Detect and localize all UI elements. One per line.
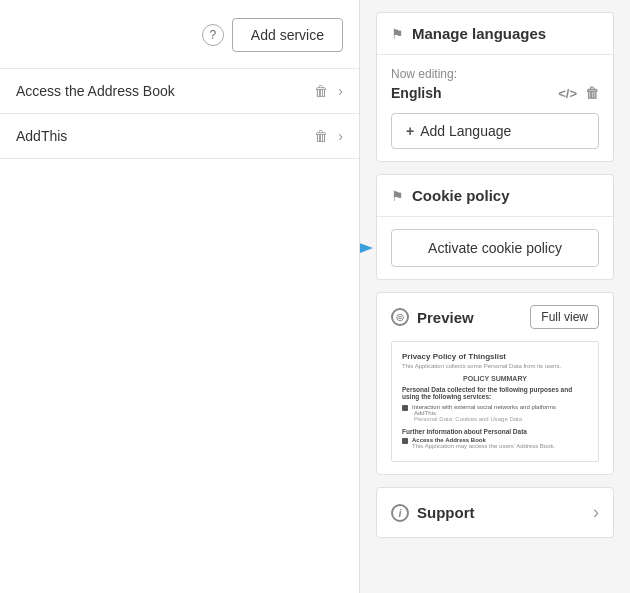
preview-personal-data-heading: Personal Data collected for the followin… xyxy=(402,386,588,400)
bullet-1-detail-sub: Personal Data: Cookies and Usage Data xyxy=(414,416,556,422)
flag-icon: ⚑ xyxy=(391,188,404,204)
bullet-dot xyxy=(402,405,408,411)
chevron-right-icon[interactable]: › xyxy=(338,128,343,144)
chevron-right-icon[interactable]: › xyxy=(338,83,343,99)
blue-arrow xyxy=(360,232,374,264)
flag-icon: ⚑ xyxy=(391,26,404,42)
bullet-2-content: Access the Address Book This Application… xyxy=(412,437,555,449)
preview-policy-subtitle: This Application collects some Personal … xyxy=(402,363,588,369)
support-card: i Support › xyxy=(376,487,614,538)
preview-policy-title: Privacy Policy of Thingslist xyxy=(402,352,588,361)
bullet-2-sub: This Application may access the users' A… xyxy=(412,443,555,449)
support-title: Support xyxy=(417,504,475,521)
support-header: i Support › xyxy=(377,488,613,537)
preview-content: Privacy Policy of Thingslist This Applic… xyxy=(391,341,599,462)
manage-languages-title: Manage languages xyxy=(412,25,546,42)
service-item-label: AddThis xyxy=(16,128,67,144)
service-item-actions: 🗑 › xyxy=(314,83,343,99)
top-bar: ? Add service xyxy=(0,10,359,68)
bullet-1-content: Interaction with external social network… xyxy=(412,404,556,422)
now-editing-lang: English </> 🗑 xyxy=(391,85,599,101)
service-item-label: Access the Address Book xyxy=(16,83,175,99)
preview-bullet-1: Interaction with external social network… xyxy=(402,404,588,422)
info-icon: i xyxy=(391,504,409,522)
cookie-policy-card: ⚑ Cookie policy Activate cookie policy xyxy=(376,174,614,280)
current-language: English xyxy=(391,85,442,101)
preview-bullet-2: Access the Address Book This Application… xyxy=(402,437,588,449)
activate-cookie-policy-button[interactable]: Activate cookie policy xyxy=(391,229,599,267)
full-view-button[interactable]: Full view xyxy=(530,305,599,329)
bullet-dot-2 xyxy=(402,438,408,444)
now-editing-label: Now editing: xyxy=(391,67,599,81)
code-icon[interactable]: </> xyxy=(558,86,577,101)
add-language-label: Add Language xyxy=(420,123,511,139)
left-panel: ? Add service Access the Address Book 🗑 … xyxy=(0,0,360,593)
trash-lang-icon[interactable]: 🗑 xyxy=(585,85,599,101)
right-panel: ⚑ Manage languages Now editing: English … xyxy=(360,0,630,593)
preview-further-heading: Further information about Personal Data xyxy=(402,428,588,435)
preview-header: ◎ Preview Full view xyxy=(377,293,613,341)
help-icon[interactable]: ? xyxy=(202,24,224,46)
manage-languages-header: ⚑ Manage languages xyxy=(377,13,613,55)
cookie-policy-title: Cookie policy xyxy=(412,187,510,204)
support-left: i Support xyxy=(391,504,475,522)
cookie-policy-body: Activate cookie policy xyxy=(377,217,613,279)
preview-section-title: POLICY SUMMARY xyxy=(402,375,588,382)
preview-circle-icon: ◎ xyxy=(391,308,409,326)
manage-languages-body: Now editing: English </> 🗑 + Add Languag… xyxy=(377,55,613,161)
service-item-addthis: AddThis 🗑 › xyxy=(0,113,359,159)
lang-actions: </> 🗑 xyxy=(558,85,599,101)
service-item-address-book: Access the Address Book 🗑 › xyxy=(0,68,359,114)
add-service-button[interactable]: Add service xyxy=(232,18,343,52)
service-item-actions: 🗑 › xyxy=(314,128,343,144)
cookie-policy-header: ⚑ Cookie policy xyxy=(377,175,613,217)
preview-title-row: ◎ Preview xyxy=(391,308,474,326)
manage-languages-card: ⚑ Manage languages Now editing: English … xyxy=(376,12,614,162)
support-chevron-right-icon[interactable]: › xyxy=(593,502,599,523)
plus-icon: + xyxy=(406,123,414,139)
trash-icon[interactable]: 🗑 xyxy=(314,83,328,99)
preview-card: ◎ Preview Full view Privacy Policy of Th… xyxy=(376,292,614,475)
add-language-button[interactable]: + Add Language xyxy=(391,113,599,149)
trash-icon[interactable]: 🗑 xyxy=(314,128,328,144)
preview-body: Privacy Policy of Thingslist This Applic… xyxy=(377,341,613,474)
preview-title: Preview xyxy=(417,309,474,326)
